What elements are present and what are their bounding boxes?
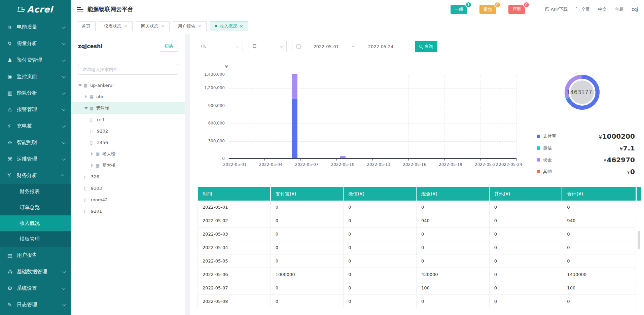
table-cell: 0	[490, 214, 563, 227]
tab-close-icon[interactable]: ×	[124, 24, 128, 28]
sidebar-item-label: 报警管理	[17, 106, 62, 113]
date-end[interactable]: 2022-05-24	[357, 44, 405, 49]
table-row-2022-05-08[interactable]: 2022-05-0800000	[198, 295, 636, 308]
tab-bar: 首页仪表状态×网关状态×用户报告×收入概况×	[71, 19, 644, 34]
sidebar-item-label: 用户报告	[17, 252, 65, 258]
tree-node-老大楼[interactable]: ▦老大楼	[71, 148, 185, 160]
bar-现金-2022-05-10[interactable]	[340, 156, 346, 158]
sidebar-item-label: 运维管理	[17, 156, 62, 162]
sidebar-item-0[interactable]: ≋电能质量	[0, 19, 71, 35]
header-link-4[interactable]: zqj	[632, 7, 638, 12]
sidebar-item-7[interactable]: ☼智能照明	[0, 134, 71, 151]
header-link-2[interactable]: 中文	[598, 6, 607, 12]
chevron-down-icon	[62, 25, 66, 28]
tree-node-label: 9202	[97, 129, 108, 134]
tree-collapse-arrow-icon[interactable]	[90, 164, 96, 167]
header-link-3[interactable]: 主题	[615, 6, 623, 12]
sidebar-item-4[interactable]: ▥能耗分析	[0, 85, 71, 101]
sidebar-item-12[interactable]: ⚙系统设置	[0, 280, 71, 296]
legend-item-其他[interactable]: 其他¥0	[537, 166, 635, 177]
sidebar-subitem-0[interactable]: 财务报表	[0, 184, 71, 200]
table-row-2022-05-03[interactable]: 2022-05-0300000	[198, 228, 636, 241]
tree-node-安科瑞[interactable]: ▦安科瑞	[71, 102, 185, 114]
tree-node-9202[interactable]: ▯9202	[71, 125, 185, 137]
sidebar-item-9[interactable]: ¥财务分析	[0, 167, 71, 184]
chart-legend: 支付宝¥1000200微信¥7.1现金¥462970其他¥0	[537, 130, 635, 177]
table-row-2022-05-05[interactable]: 2022-05-0500000	[198, 254, 636, 268]
tree-node-9103[interactable]: ▯9103	[71, 182, 185, 194]
header-link-1[interactable]: 全屏	[576, 6, 590, 12]
sidebar-item-1[interactable]: ↯需量分析	[0, 35, 71, 52]
sidebar-subitem-1[interactable]: 订单总览	[0, 200, 71, 215]
legend-item-支付宝[interactable]: 支付宝¥1000200	[537, 130, 635, 142]
sidebar-subitem-3[interactable]: 模板管理	[0, 231, 71, 247]
table-scrollbar[interactable]	[638, 231, 640, 249]
tree-node-up-ankerui[interactable]: ▦up-ankerui	[71, 79, 185, 91]
table-row-2022-05-02[interactable]: 2022-05-02009400940	[198, 214, 636, 228]
sidebar-item-2[interactable]: ♟预付费管理	[0, 52, 71, 68]
sidebar-item-label: 电能质量	[17, 24, 62, 30]
tree-node-abc[interactable]: ▦abc	[71, 91, 185, 102]
sidebar-item-13[interactable]: ✎日志管理	[0, 296, 71, 313]
granularity-select[interactable]: 日	[248, 41, 287, 52]
tree-node-label: 3456	[97, 140, 108, 145]
legend-value: ¥0	[627, 168, 635, 176]
tab-close-icon[interactable]: ×	[240, 24, 243, 28]
sidebar-item-3[interactable]: ◉监控页面	[0, 68, 71, 85]
sidebar-item-8[interactable]: ⚒运维管理	[0, 151, 71, 167]
tree-collapse-arrow-icon[interactable]	[90, 152, 96, 155]
tree-search-input[interactable]	[78, 64, 178, 75]
tree-node-room42[interactable]: ▯room42	[71, 194, 185, 205]
sidebar-item-11[interactable]: ⁂基础数据管理	[0, 264, 71, 280]
chart-gridline	[480, 75, 481, 158]
tab-label: 首页	[82, 23, 91, 29]
table-cell: 2022-05-05	[198, 254, 271, 268]
alarm-management-icon: ⚠	[7, 106, 17, 113]
table-row-2022-05-06[interactable]: 2022-05-061000000043000001430000	[198, 268, 636, 281]
table-header-row: 时间支付宝(¥)微信(¥)现金(¥)其他(¥)合计(¥)	[198, 187, 636, 201]
query-button[interactable]: 查询	[415, 41, 437, 52]
sidebar: Acrel ≋电能质量↯需量分析♟预付费管理◉监控页面▥能耗分析⚠报警管理⚡充电…	[0, 0, 71, 315]
tree-node-rrr1[interactable]: ▯rrr1	[71, 114, 185, 125]
energy-type-select[interactable]: 电	[197, 41, 243, 52]
tree-node-326[interactable]: ▯326	[71, 171, 185, 182]
sidebar-item-6[interactable]: ⚡充电桩	[0, 118, 71, 134]
switch-button[interactable]: 切换	[160, 41, 178, 51]
tab-0[interactable]: 首页	[77, 21, 96, 31]
tree-node-新大楼[interactable]: ▦新大楼	[71, 160, 185, 171]
tab-close-icon[interactable]: ×	[161, 24, 165, 28]
legend-swatch	[537, 158, 540, 162]
tab-4[interactable]: 收入概况×	[210, 21, 248, 31]
tree-expand-arrow-icon[interactable]	[78, 83, 83, 87]
chevron-down-icon	[62, 74, 66, 78]
tab-close-icon[interactable]: ×	[198, 24, 202, 28]
sidebar-item-10[interactable]: ▤用户报告	[0, 247, 71, 264]
date-range-picker[interactable]: 2022-05-01 ~ 2022-05-24	[292, 41, 409, 52]
tab-1[interactable]: 仪表状态×	[99, 21, 133, 31]
legend-item-现金[interactable]: 现金¥462970	[537, 154, 635, 166]
sidebar-subitem-2[interactable]: 收入概况	[0, 215, 71, 231]
header-link-0[interactable]: APP下载	[545, 6, 568, 12]
tree-collapse-arrow-icon[interactable]	[84, 95, 90, 98]
alarm-button-general[interactable]: 一般1	[451, 5, 467, 14]
legend-swatch	[537, 170, 540, 173]
alarm-button-critical[interactable]: 严重0	[508, 5, 525, 14]
tree-node-3456[interactable]: ▯3456	[71, 137, 185, 148]
finance-analysis-icon: ¥	[7, 172, 17, 179]
tree-node-9201[interactable]: ▯9201	[71, 205, 185, 217]
legend-item-微信[interactable]: 微信¥7.1	[537, 142, 635, 154]
alarm-button-urgent[interactable]: 紧急0	[479, 5, 496, 14]
tab-3[interactable]: 用户报告×	[173, 21, 207, 31]
table-cell: 0	[271, 254, 344, 268]
tab-2[interactable]: 网关状态×	[136, 21, 170, 31]
tree-expand-arrow-icon[interactable]	[84, 106, 90, 110]
date-start[interactable]: 2022-05-01	[302, 44, 350, 49]
table-row-2022-05-01[interactable]: 2022-05-0100000	[198, 201, 636, 214]
sidebar-collapse-icon[interactable]	[77, 7, 83, 11]
bar-支付宝-2022-05-06[interactable]	[292, 99, 297, 158]
sidebar-item-5[interactable]: ⚠报警管理	[0, 101, 71, 118]
table-header-5: 合计(¥)	[562, 187, 636, 201]
table-row-2022-05-04[interactable]: 2022-05-0400000	[198, 241, 636, 254]
bar-现金-2022-05-06[interactable]	[292, 74, 297, 99]
table-row-2022-05-07[interactable]: 2022-05-07001000100	[198, 281, 636, 295]
